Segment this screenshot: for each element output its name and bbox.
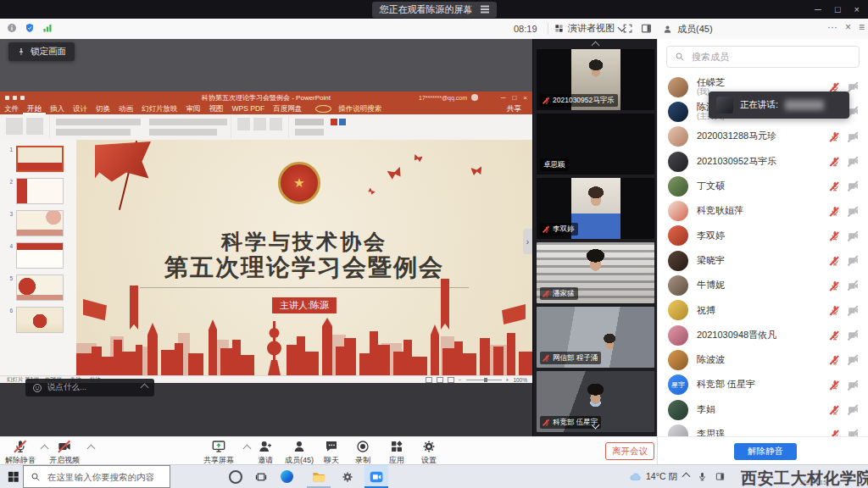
windows-start-icon[interactable] (7, 470, 19, 483)
member-row[interactable]: 梁晓宇 (658, 248, 868, 273)
mic-muted-icon[interactable] (830, 430, 840, 436)
member-row[interactable]: 牛博妮 (658, 273, 868, 297)
member-row[interactable]: 星宇 科竞部 伍星宇 (658, 373, 868, 397)
camera-off-icon[interactable] (848, 81, 859, 92)
member-row[interactable]: 丁文硕 (658, 174, 868, 198)
layout-icon[interactable] (641, 23, 652, 34)
camera-off-icon[interactable] (848, 255, 859, 266)
leave-meeting-button[interactable]: 离开会议 (605, 442, 654, 460)
member-search[interactable] (666, 46, 860, 68)
taskbar-search-input[interactable] (46, 471, 170, 483)
camera-off-icon[interactable] (848, 230, 859, 241)
ppt-tab-transitions[interactable]: 切换 (92, 103, 114, 114)
slide-thumbnail-5[interactable] (16, 274, 64, 301)
unmute-control[interactable]: 解除静音 (5, 440, 36, 466)
camera-off-icon[interactable] (848, 156, 859, 167)
minimize-button[interactable]: ─ (815, 4, 821, 14)
member-row[interactable]: 科竞耿姮萍 (658, 198, 868, 223)
danmaku-bar[interactable]: 说点什么... (25, 379, 154, 396)
camera-off-icon[interactable] (848, 330, 859, 341)
camera-off-icon[interactable] (848, 354, 859, 365)
mic-muted-icon[interactable] (830, 405, 840, 415)
unmute-button[interactable]: 解除静音 (734, 443, 797, 460)
taskbar-weather[interactable]: 14°C 阴 (629, 465, 677, 488)
signal-icon[interactable] (42, 23, 53, 33)
ppt-maximize-button[interactable]: □ (512, 94, 516, 102)
mic-muted-icon[interactable] (830, 355, 840, 365)
tray-chevron-icon[interactable] (682, 473, 691, 481)
panel-collapse-handle[interactable]: › (523, 229, 532, 254)
file-explorer-icon[interactable] (307, 465, 331, 488)
shield-icon[interactable] (25, 23, 35, 33)
member-search-input[interactable] (690, 51, 859, 63)
camera-off-icon[interactable] (848, 180, 859, 191)
settings-app-icon[interactable] (336, 465, 359, 488)
member-row[interactable]: 李双婷 (658, 224, 868, 248)
maximize-button[interactable]: □ (835, 4, 841, 14)
member-row[interactable]: 李思瑶 (658, 422, 868, 436)
zoom-level[interactable]: 100% (513, 377, 527, 383)
cortana-icon[interactable] (224, 465, 248, 488)
ppt-tab-slideshow[interactable]: 幻灯片放映 (137, 103, 182, 114)
mic-muted-icon[interactable] (830, 181, 840, 191)
ppt-tab-file[interactable]: 文件 (0, 103, 23, 114)
edge-browser-icon[interactable] (275, 465, 298, 488)
task-view-icon[interactable] (249, 465, 273, 488)
mic-muted-icon[interactable] (830, 82, 840, 92)
apps-control[interactable]: 应用 (389, 440, 404, 466)
view-mode-selector[interactable]: 演讲者视图 (554, 22, 625, 35)
zoom-in-button[interactable]: + (506, 377, 509, 383)
member-row[interactable]: 陈波波 (658, 347, 868, 372)
share-options-chevron-icon[interactable] (243, 445, 252, 453)
ppt-ribbon[interactable] (0, 114, 532, 141)
ppt-tab-home[interactable]: 开始 (23, 103, 46, 114)
tray-board-icon[interactable] (715, 472, 725, 481)
danmaku-placeholder[interactable]: 说点什么... (47, 382, 86, 393)
zoom-out-button[interactable]: − (459, 377, 462, 383)
invite-control[interactable]: 邀请 (258, 440, 273, 466)
slide-thumbnail-4[interactable] (16, 242, 64, 269)
member-row[interactable]: 祝搏 (658, 298, 868, 323)
slide-thumbnail-2[interactable] (16, 178, 64, 204)
camera-off-icon[interactable] (848, 380, 859, 391)
ppt-account[interactable]: 17*******@qq.com (419, 94, 478, 101)
record-control[interactable]: 录制 (355, 440, 370, 466)
mic-muted-icon[interactable] (830, 330, 840, 341)
panel-handle[interactable]: ≡ (859, 21, 865, 33)
start-video-control[interactable]: 开启视频 (49, 440, 80, 466)
video-tile[interactable]: 网信部 程子涌 (537, 307, 654, 368)
mic-options-chevron-icon[interactable] (41, 445, 49, 453)
ppt-tab-animations[interactable]: 动画 (114, 103, 137, 114)
camera-off-icon[interactable] (848, 280, 859, 291)
ppt-share-button[interactable]: 共享 (503, 103, 526, 114)
ppt-tab-view[interactable]: 视图 (205, 103, 228, 114)
emoji-icon[interactable] (32, 383, 42, 393)
mic-muted-icon[interactable] (830, 280, 840, 291)
pin-screen-button[interactable]: 锁定画面 (8, 42, 75, 61)
chevron-up-icon[interactable] (141, 384, 149, 392)
video-tile[interactable]: 卓思颖 (537, 114, 654, 175)
video-options-chevron-icon[interactable] (87, 445, 96, 453)
mic-muted-icon[interactable] (830, 230, 840, 241)
member-row[interactable]: 李娟 (658, 397, 868, 422)
mic-muted-icon[interactable] (830, 157, 840, 167)
scroll-up-chevron-icon[interactable] (592, 42, 600, 50)
more-button[interactable]: ··· (827, 21, 837, 33)
ppt-close-button[interactable]: × (523, 94, 527, 102)
close-button[interactable]: × (854, 4, 860, 14)
ppt-tab-baidu-pan[interactable]: 百度网盘 (269, 103, 306, 114)
video-tile[interactable]: 2021030952马宇乐 (537, 49, 654, 110)
reading-view-icon[interactable] (448, 377, 454, 383)
ppt-tab-review[interactable]: 审阅 (182, 103, 205, 114)
member-row[interactable]: 2021030952马宇乐 (658, 149, 868, 174)
zoom-slider-knob[interactable] (484, 378, 487, 382)
panel-close-button[interactable]: × (845, 21, 851, 33)
camera-off-icon[interactable] (848, 131, 859, 142)
mic-muted-icon[interactable] (830, 380, 840, 390)
camera-off-icon[interactable] (848, 429, 859, 436)
video-tile[interactable]: 潘家猛 (537, 242, 654, 303)
chat-control[interactable]: 聊天 (324, 440, 339, 466)
mic-muted-icon[interactable] (830, 256, 840, 266)
members-control[interactable]: 成员(45) (285, 440, 314, 466)
slide-thumbnail-3[interactable] (16, 210, 64, 236)
